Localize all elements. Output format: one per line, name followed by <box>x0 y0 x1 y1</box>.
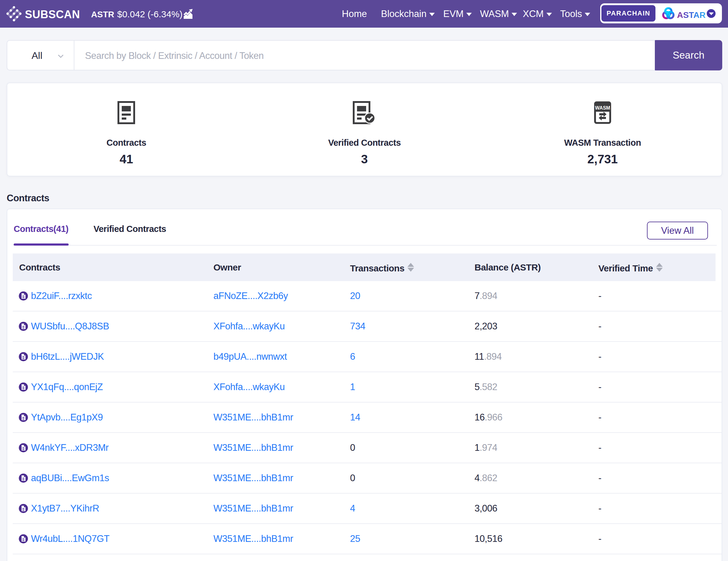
svg-text:WASM: WASM <box>595 105 610 111</box>
